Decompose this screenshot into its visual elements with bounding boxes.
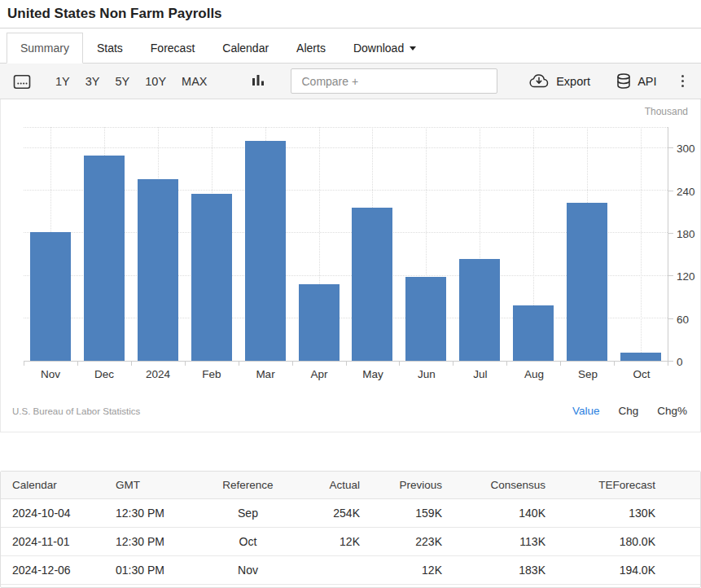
mode-value[interactable]: Value: [572, 405, 600, 417]
table-header-row: CalendarGMTReferenceActualPreviousConsen…: [1, 472, 700, 499]
bar-dec[interactable]: [84, 156, 125, 361]
table-cell: 159K: [360, 499, 442, 528]
mode-chg[interactable]: Chg: [618, 405, 638, 417]
axis-tick: [668, 191, 673, 191]
tab-download[interactable]: Download: [340, 33, 430, 64]
chart-source: U.S. Bureau of Labor Statistics: [12, 406, 140, 416]
x-axis-label: 2024: [131, 368, 185, 380]
tab-calendar[interactable]: Calendar: [208, 33, 283, 64]
range-5y[interactable]: 5Y: [116, 75, 130, 88]
bar-apr[interactable]: [299, 284, 340, 361]
bar-jul[interactable]: [459, 259, 500, 361]
table-cell: Oct: [197, 528, 299, 556]
bar-may[interactable]: [352, 208, 392, 361]
chart-bar-cell: [24, 127, 77, 361]
axis-tick: [77, 362, 78, 366]
table-row[interactable]: 2024-12-0601:30 PMNov12K183K194.0K: [1, 556, 700, 585]
x-axis-label: Aug: [507, 368, 561, 380]
table-cell: 2024-11-01: [1, 528, 116, 556]
chart-bar-cell: [614, 127, 668, 361]
chart-plot: [24, 127, 668, 362]
table-cell: [299, 556, 360, 585]
bar-jun[interactable]: [405, 277, 446, 361]
table-cell: 254K: [299, 499, 360, 528]
chart-bar-cell: [185, 127, 239, 361]
y-axis-label: 300: [677, 143, 695, 155]
bar-oct[interactable]: [620, 353, 661, 361]
chart-modes: ValueChgChg%: [572, 405, 687, 417]
axis-tick: [614, 362, 615, 366]
x-axis-label: May: [346, 368, 400, 380]
chart-bar-cell: [506, 127, 560, 361]
axis-tick: [560, 362, 561, 366]
kebab-menu-icon[interactable]: [680, 73, 686, 90]
chart-bar-cell: [399, 127, 453, 361]
x-axis-label: Mar: [239, 368, 292, 380]
table-cell: Sep: [197, 499, 299, 528]
table-cell: 2024-10-04: [1, 499, 116, 528]
tab-forecast[interactable]: Forecast: [137, 33, 208, 64]
table-body: 2024-10-0412:30 PMSep254K159K140K130K202…: [1, 499, 700, 585]
axis-tick: [399, 362, 400, 366]
bar-2024[interactable]: [138, 179, 178, 361]
tab-label: Stats: [97, 42, 123, 55]
compare-input[interactable]: [291, 68, 497, 94]
column-header: Actual: [299, 472, 360, 499]
range-buttons: 1Y3Y5Y10YMAX: [55, 75, 207, 88]
mode-chgpct[interactable]: Chg%: [657, 405, 687, 417]
axis-tick: [346, 362, 347, 366]
api-label: API: [637, 75, 656, 88]
calendar-table: CalendarGMTReferenceActualPreviousConsen…: [0, 471, 701, 588]
column-header: Calendar: [1, 472, 116, 499]
export-button[interactable]: Export: [528, 73, 590, 89]
y-axis-label: 120: [677, 270, 695, 283]
chart-bar-cell: [239, 127, 292, 361]
bar-chart-icon[interactable]: [252, 74, 265, 88]
chart-bar-cell: [77, 127, 131, 361]
x-axis-label: Jul: [453, 368, 507, 380]
tab-alerts[interactable]: Alerts: [283, 33, 340, 64]
chart-xlabels: NovDec2024FebMarAprMayJunJulAugSepOct: [24, 368, 668, 380]
column-header: Previous: [360, 472, 442, 499]
table-row[interactable]: 2024-11-0112:30 PMOct12K223K113K180.0K: [1, 528, 700, 556]
table-cell: 2024-12-06: [1, 556, 116, 585]
x-axis-label: Apr: [292, 368, 346, 380]
x-axis-label: Sep: [561, 368, 615, 380]
bar-mar[interactable]: [245, 141, 286, 361]
axis-tick: [668, 362, 668, 366]
table-row[interactable]: 2024-10-0412:30 PMSep254K159K140K130K: [1, 499, 700, 528]
axis-tick: [668, 147, 673, 148]
gridline: [641, 127, 642, 361]
column-header: Consensus: [442, 472, 545, 499]
table-cell: 223K: [360, 528, 442, 556]
axis-tick: [185, 362, 186, 366]
calendar-icon[interactable]: [13, 73, 31, 90]
table-cell: 113K: [442, 528, 545, 556]
chart-unit-label: Thousand: [645, 106, 688, 117]
bar-nov[interactable]: [30, 232, 71, 361]
table-cell: 12K: [299, 528, 360, 556]
bar-sep[interactable]: [567, 203, 607, 361]
range-3y[interactable]: 3Y: [85, 75, 100, 88]
axis-tick: [131, 362, 132, 366]
range-10y[interactable]: 10Y: [145, 75, 166, 88]
chart-bar-cell: [292, 127, 346, 361]
tab-label: Calendar: [222, 42, 269, 55]
tab-label: Alerts: [296, 42, 326, 55]
x-axis-label: Nov: [24, 368, 77, 380]
range-max[interactable]: MAX: [182, 75, 207, 88]
bar-aug[interactable]: [513, 305, 554, 361]
tab-summary[interactable]: Summary: [7, 33, 83, 64]
api-button[interactable]: API: [616, 73, 656, 90]
chart-bar-cell: [453, 127, 506, 361]
x-axis-label: Dec: [77, 368, 131, 380]
tab-label: Summary: [20, 42, 69, 55]
range-1y[interactable]: 1Y: [55, 75, 70, 88]
axis-tick: [668, 233, 673, 234]
bar-feb[interactable]: [191, 194, 232, 361]
chart-bars: [24, 127, 668, 361]
axis-tick: [668, 275, 673, 276]
tab-stats[interactable]: Stats: [83, 33, 137, 64]
chart-bar-cell: [131, 127, 185, 361]
x-axis-label: Feb: [185, 368, 239, 380]
